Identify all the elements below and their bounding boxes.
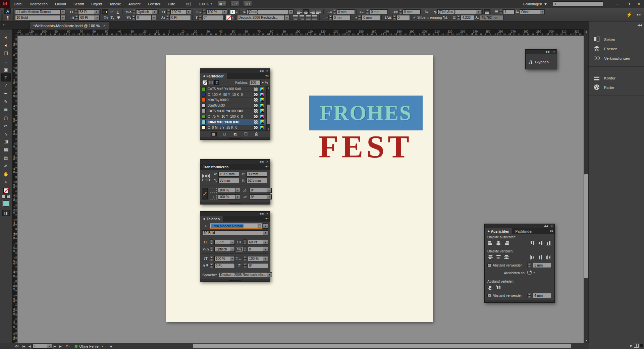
dock-group-grip[interactable] — [609, 69, 624, 71]
frohes-text-frame[interactable]: FROHES — [309, 96, 423, 130]
leading-stepper[interactable]: ▲▼ — [75, 15, 78, 20]
font-search-field[interactable]: Latin Modern Roman ✕ — [210, 223, 262, 229]
frame-tool[interactable]: ⊠ — [1, 106, 11, 114]
justify-center-button[interactable] — [292, 15, 299, 20]
close-panel-icon[interactable]: ✕ — [266, 69, 268, 72]
swatch-row[interactable]: C=0 M=5 Y=25 K=0 — [200, 125, 270, 130]
vscale-stepper[interactable]: ▲▼ — [210, 256, 213, 261]
align-center-button[interactable] — [303, 9, 309, 14]
swatch-flyout-arrow[interactable]: ▶ — [235, 9, 238, 14]
fest-text[interactable]: FEST — [310, 132, 421, 162]
dock-item-seiten[interactable]: Seiten — [589, 35, 644, 44]
skew-stepper[interactable]: ▲▼ — [243, 263, 247, 268]
swatch-row[interactable]: C=60 M=0 Y=30 K=0 — [200, 119, 270, 125]
align-right-button[interactable] — [309, 9, 316, 14]
panel-menu-icon[interactable]: ▾≡ — [265, 74, 269, 77]
toolbar-grip[interactable] — [3, 31, 9, 33]
grid-mm-field[interactable]: 45,792 mm — [480, 15, 503, 20]
scale-y-combo[interactable]: 100 %▼ — [218, 194, 240, 199]
panel-menu-icon[interactable]: ▾≡ — [550, 229, 553, 233]
vertical-ruler[interactable]: 1 001 02 03 04 05 06 07 08 09 01 0 01 1 … — [12, 36, 17, 343]
font-dropdown-arrow[interactable]: ▼ — [263, 223, 268, 229]
skew-stepper[interactable]: ▲▼ — [198, 15, 202, 20]
leading-combo[interactable]: 60 Pt▼ — [248, 240, 268, 245]
space-before-field[interactable]: 0 mm — [402, 9, 421, 14]
formatting-affects-text-icon[interactable]: T — [202, 80, 208, 85]
formatting-container-button[interactable] — [2, 195, 6, 198]
columns-stepper[interactable]: ▲▼ — [499, 9, 503, 14]
close-button[interactable]: ✕ — [634, 1, 644, 7]
menu-layout[interactable]: Layout — [51, 0, 70, 8]
space-before-stepper[interactable]: ▲▼ — [398, 9, 402, 14]
swatch-scrollbar[interactable]: ▲ ▼ — [266, 86, 270, 130]
line-tool[interactable]: ∕ — [1, 81, 11, 90]
bridge-button[interactable]: Br — [185, 2, 191, 6]
spacing-stepper[interactable]: ▲▼ — [527, 293, 531, 298]
dropcap-field[interactable]: 0 — [396, 15, 410, 20]
zoom-tool[interactable]: ⌕ — [1, 178, 11, 186]
columns-field[interactable]: 1 — [503, 9, 515, 14]
pathfinder-tab[interactable]: Pathfinder — [512, 228, 536, 234]
menu-fenster[interactable]: Fenster — [144, 0, 164, 8]
spacing-field-1[interactable]: 3 mm — [533, 263, 552, 268]
first-line-indent-field[interactable]: 0 mm — [332, 15, 351, 20]
superscript-button[interactable]: T¹ — [108, 9, 115, 14]
previous-page-button[interactable]: ◀ — [27, 345, 33, 348]
free-transform-tool[interactable]: ↘ — [1, 130, 11, 138]
use-spacing-checkbox[interactable]: ✓ — [487, 294, 491, 297]
fill-stroke-proxy[interactable]: T — [3, 188, 9, 193]
shear-combo[interactable]: 0°▼ — [250, 194, 272, 199]
content-collector-tool[interactable]: ▣ — [1, 65, 11, 73]
menu-objekt[interactable]: Objekt — [88, 0, 106, 8]
skew-field[interactable]: 0° — [202, 15, 223, 20]
baseline-shift-stepper[interactable]: ▲▼ — [166, 15, 170, 20]
horizontal-scale-stepper[interactable]: ▲▼ — [202, 9, 206, 14]
font-style-combo[interactable]: 10 Bold▼ — [15, 15, 65, 20]
screen-mode-toggle[interactable]: ◨ — [2, 210, 10, 216]
hscale-combo[interactable]: 100 %▼ — [248, 256, 268, 261]
gradient-feather-tool[interactable] — [1, 146, 11, 154]
align-v-centers-button[interactable] — [538, 240, 544, 246]
panel-resize-grip[interactable] — [200, 202, 270, 204]
screen-mode-button[interactable]: ⬚▼ — [230, 1, 239, 7]
dist-right-button[interactable] — [546, 254, 552, 260]
dropcap-stepper[interactable]: ▲▼ — [392, 15, 396, 20]
text-toggle[interactable]: T — [214, 80, 219, 85]
arrange-documents-button[interactable]: ◫▼ — [243, 1, 252, 7]
close-panel-icon[interactable]: ✕ — [266, 160, 268, 163]
align-h-centers-button[interactable] — [495, 240, 501, 246]
subscript-button[interactable]: T₁ — [109, 15, 115, 20]
glyphen-button[interactable]: A Glyphen — [526, 56, 557, 69]
zeichen-tab[interactable]: ◆Zeichen — [200, 216, 223, 222]
gradient-tool[interactable] — [1, 138, 11, 146]
collapse-panel-icon[interactable]: ◀◀ — [259, 160, 263, 163]
constrain-proportions-icon[interactable]: 🔗︎ — [202, 188, 208, 199]
tracking-combo[interactable]: 0▼ — [248, 247, 268, 252]
reference-point-proxy[interactable] — [202, 174, 210, 181]
dist-top-button[interactable] — [487, 254, 493, 260]
font-size-stepper[interactable]: ▲▼ — [74, 9, 78, 14]
stroke-color-swatch[interactable] — [226, 15, 231, 20]
space-after-stepper[interactable]: ▲▼ — [358, 15, 362, 20]
height-field[interactable]: 52,5 mm — [247, 178, 267, 183]
align-bottom-edges-button[interactable] — [546, 240, 552, 246]
width-field[interactable]: 90 mm — [247, 172, 267, 177]
space-v-button[interactable] — [487, 285, 493, 290]
scroll-down-icon[interactable]: ▼ — [267, 128, 270, 130]
panel-resize-grip[interactable] — [200, 279, 270, 281]
panel-menu-icon[interactable]: ▾≡ — [265, 217, 269, 220]
x-field[interactable]: 157,5 mm — [218, 172, 239, 177]
close-panel-icon[interactable]: ✕ — [550, 225, 553, 228]
paragraph-mode-button[interactable]: ¶ — [4, 15, 11, 21]
bullet-list-icon[interactable]: ⁝≡ — [425, 9, 428, 14]
panel-resize-grip[interactable] — [485, 300, 554, 302]
swatch-row[interactable]: C=75 M=10 Y=100 K=0 — [200, 109, 270, 114]
strikethrough-button[interactable]: T — [115, 15, 122, 20]
align-right-edges-button[interactable] — [503, 240, 509, 246]
menu-ansicht[interactable]: Ansicht — [125, 0, 144, 8]
swatch-row[interactable]: C=100 M=90 Y=10 K=0 — [200, 92, 270, 97]
kerning-stepper[interactable]: ▲▼ — [132, 9, 136, 14]
show-color-groups-button[interactable]: ◩ — [232, 132, 238, 136]
dock-item-farbe[interactable]: Farbe — [589, 83, 644, 92]
font-family-combo[interactable]: ⌕Latin Modern Roman▼ — [15, 9, 65, 14]
